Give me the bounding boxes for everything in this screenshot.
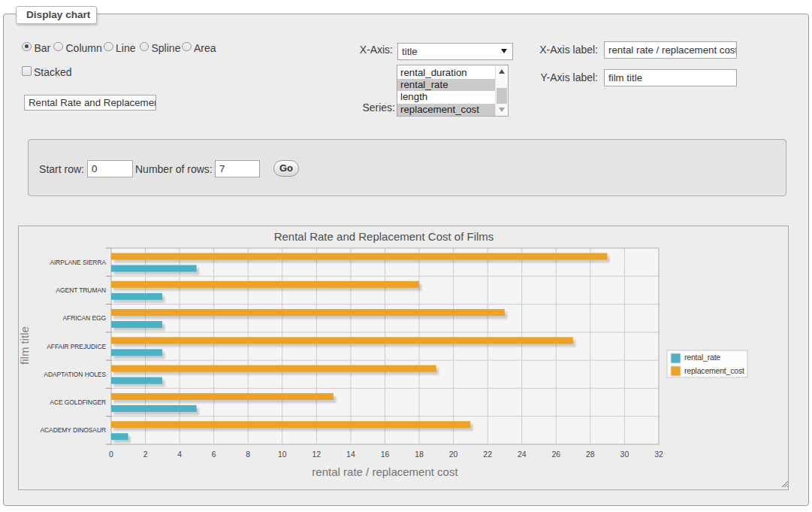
svg-text:AGENT TRUMAN: AGENT TRUMAN	[56, 286, 107, 294]
svg-text:28: 28	[586, 450, 595, 459]
svg-text:22: 22	[483, 450, 492, 459]
svg-text:ADAPTATION HOLES: ADAPTATION HOLES	[44, 371, 106, 378]
svg-text:10: 10	[278, 450, 287, 459]
svg-text:12: 12	[312, 450, 321, 459]
svg-text:0: 0	[109, 450, 113, 459]
svg-text:20: 20	[449, 450, 458, 459]
svg-text:4: 4	[177, 450, 182, 459]
svg-text:26: 26	[551, 450, 560, 459]
svg-text:AIRPLANE SIERRA: AIRPLANE SIERRA	[50, 259, 106, 266]
svg-text:rental_rate: rental_rate	[684, 353, 720, 362]
svg-text:2: 2	[143, 450, 148, 459]
svg-text:film title: film title	[19, 326, 31, 365]
svg-text:ACADEMY DINOSAUR: ACADEMY DINOSAUR	[40, 426, 106, 434]
svg-text:8: 8	[246, 450, 250, 459]
svg-text:18: 18	[415, 450, 424, 459]
svg-text:AFRICAN EGG: AFRICAN EGG	[63, 314, 106, 322]
svg-text:Rental Rate and Replacement Co: Rental Rate and Replacement Cost of Film…	[274, 230, 494, 243]
svg-text:rental rate / replacement cost: rental rate / replacement cost	[312, 465, 458, 478]
svg-text:16: 16	[381, 450, 390, 459]
svg-text:ACE GOLDFINGER: ACE GOLDFINGER	[50, 398, 106, 406]
svg-text:AFFAIR PREJUDICE: AFFAIR PREJUDICE	[47, 343, 106, 350]
svg-text:32: 32	[654, 450, 663, 459]
svg-text:replacement_cost: replacement_cost	[684, 366, 744, 375]
svg-text:14: 14	[346, 450, 355, 459]
svg-text:30: 30	[620, 450, 629, 459]
svg-text:6: 6	[212, 450, 216, 459]
svg-text:24: 24	[518, 450, 527, 459]
